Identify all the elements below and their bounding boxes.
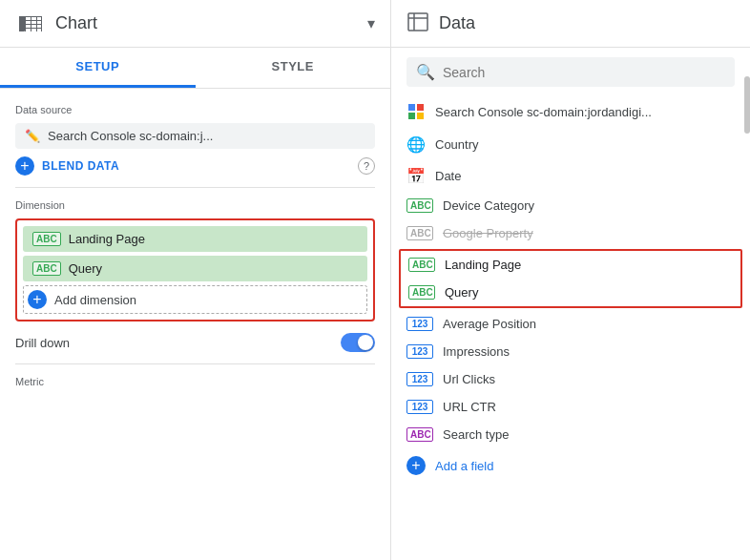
dimension-section-label: Dimension: [15, 199, 375, 211]
data-source-name: Search Console sc-domain:j...: [48, 129, 213, 143]
scrollbar[interactable]: [744, 76, 750, 134]
abc-badge-landing: ABC: [32, 232, 61, 246]
svg-rect-9: [36, 16, 37, 31]
svg-rect-10: [41, 16, 42, 31]
field-item-date[interactable]: 📅 Date: [391, 160, 750, 192]
right-panel-title: Data: [439, 13, 475, 33]
123-badge-url-ctr: 123: [406, 400, 433, 414]
svg-rect-16: [408, 113, 415, 119]
search-input[interactable]: [443, 65, 725, 80]
svg-rect-6: [19, 16, 20, 31]
abc-badge-search-type: ABC: [406, 427, 433, 442]
add-field-row[interactable]: + Add a field: [391, 448, 750, 483]
add-dimension-row[interactable]: + Add dimension: [23, 285, 367, 314]
add-field-plus-icon: +: [406, 456, 426, 475]
field-name-device: Device Category: [443, 198, 534, 213]
field-item-landing-page[interactable]: ABC Landing Page: [401, 251, 740, 279]
right-panel: Data 🔍 Search Console sc-domain:jordandi…: [391, 0, 750, 560]
blend-plus-icon: +: [15, 156, 34, 176]
drill-down-row: Drill down: [15, 333, 375, 352]
field-item-query[interactable]: ABC Query: [401, 279, 740, 306]
divider-1: [15, 187, 375, 188]
calendar-icon: 📅: [406, 167, 426, 185]
tab-setup[interactable]: SETUP: [0, 48, 196, 88]
123-badge-avg-pos: 123: [406, 317, 433, 331]
divider-2: [15, 363, 375, 364]
panel-body: Data source ✏️ Search Console sc-domain:…: [0, 89, 390, 560]
dimension-name-landing: Landing Page: [69, 232, 145, 246]
abc-badge-device: ABC: [406, 198, 433, 213]
add-dimension-plus-icon: +: [28, 290, 47, 309]
blend-data-row[interactable]: + BLEND DATA ?: [15, 156, 375, 176]
dimension-item-query[interactable]: ABC Query: [23, 256, 367, 281]
svg-rect-11: [408, 13, 427, 31]
data-source-full-name: Search Console sc-domain:jordandigi...: [435, 105, 652, 119]
field-name-date: Date: [435, 169, 461, 183]
abc-badge-query-right: ABC: [408, 285, 435, 300]
svg-rect-17: [417, 113, 424, 119]
field-item-impressions[interactable]: 123 Impressions: [391, 338, 750, 365]
chevron-down-icon[interactable]: ▾: [367, 14, 375, 32]
add-field-label: Add a field: [435, 459, 493, 473]
field-item-avg-position[interactable]: 123 Average Position: [391, 310, 750, 338]
abc-badge-query: ABC: [32, 261, 61, 276]
dimension-item-landing-page[interactable]: ABC Landing Page: [23, 226, 367, 252]
field-name-avg-position: Average Position: [443, 317, 536, 331]
chart-panel-header: Chart ▾: [0, 0, 390, 48]
field-name-impressions: Impressions: [443, 344, 510, 359]
tab-style[interactable]: STYLE: [196, 48, 391, 88]
field-name-query: Query: [445, 285, 478, 300]
drill-down-toggle[interactable]: [341, 333, 375, 352]
blend-data-label: BLEND DATA: [42, 159, 358, 173]
abc-badge-google-property: ABC: [406, 226, 433, 240]
data-panel-icon: [406, 10, 429, 36]
123-badge-impressions: 123: [406, 344, 433, 359]
svg-rect-15: [417, 104, 424, 111]
svg-rect-7: [25, 16, 26, 31]
data-source-row[interactable]: ✏️ Search Console sc-domain:j...: [15, 123, 375, 149]
field-item-country[interactable]: 🌐 Country: [391, 129, 750, 160]
123-badge-url-clicks: 123: [406, 372, 433, 386]
field-item-url-ctr[interactable]: 123 URL CTR: [391, 393, 750, 421]
search-console-icon: [406, 102, 426, 121]
pencil-icon: ✏️: [25, 129, 40, 143]
data-source-header-item: Search Console sc-domain:jordandigi...: [391, 96, 750, 127]
drill-down-label: Drill down: [15, 336, 341, 350]
search-icon: 🔍: [416, 63, 435, 81]
field-name-url-ctr: URL CTR: [443, 400, 496, 414]
tabs-row: SETUP STYLE: [0, 48, 390, 89]
field-name-landing-page: Landing Page: [445, 258, 521, 272]
data-source-label: Data source: [15, 104, 375, 115]
field-name-country: Country: [435, 137, 479, 152]
right-panel-header: Data: [391, 0, 750, 48]
abc-badge-landing-page: ABC: [408, 258, 435, 272]
add-dimension-label: Add dimension: [54, 293, 136, 307]
metric-section-label: Metric: [15, 376, 375, 387]
dimension-name-query: Query: [69, 261, 102, 276]
chart-icon: [15, 9, 46, 39]
field-item-url-clicks[interactable]: 123 Url Clicks: [391, 365, 750, 393]
field-list: 🌐 Country 📅 Date ABC Device Category ABC…: [391, 129, 750, 560]
svg-rect-8: [31, 16, 31, 31]
search-box[interactable]: 🔍: [406, 57, 735, 87]
dimension-box: ABC Landing Page ABC Query + Add dimensi…: [15, 218, 375, 321]
field-item-device-category[interactable]: ABC Device Category: [391, 192, 750, 219]
svg-rect-14: [408, 104, 415, 111]
field-name-url-clicks: Url Clicks: [443, 372, 495, 386]
help-icon[interactable]: ?: [358, 157, 375, 175]
field-name-google-property: Google Property: [443, 226, 533, 240]
panel-title: Chart: [55, 13, 367, 33]
globe-icon: 🌐: [406, 135, 426, 154]
toggle-knob: [358, 335, 373, 350]
highlighted-fields-box: ABC Landing Page ABC Query: [399, 249, 742, 308]
field-item-search-type[interactable]: ABC Search type: [391, 421, 750, 448]
left-panel: Chart ▾ SETUP STYLE Data source ✏️ Searc…: [0, 0, 391, 560]
field-item-google-property[interactable]: ABC Google Property: [391, 219, 750, 247]
field-name-search-type: Search type: [443, 427, 509, 442]
